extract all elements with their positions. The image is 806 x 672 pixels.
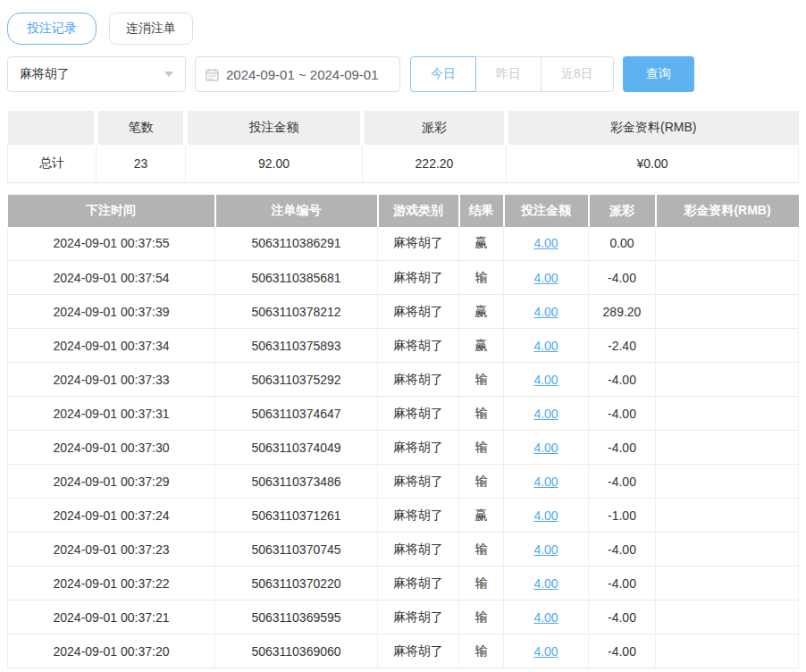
bonus-cell [656,533,799,567]
bet-amount-cell: 4.00 [504,363,589,397]
chevron-down-icon [164,71,173,77]
order-number-cell: 5063110370220 [215,567,378,601]
order-number-cell: 5063110369060 [215,634,378,668]
table-row: 2024-09-01 00:37:33 5063110375292 麻将胡了 输… [8,363,799,397]
bet-amount-cell: 4.00 [504,431,589,465]
bet-time-cell: 2024-09-01 00:37:33 [8,363,215,397]
summary-total-row: 总计 23 92.00 222.20 ¥0.00 [8,145,799,182]
result-cell: 输 [459,601,504,634]
game-select[interactable]: 麻将胡了 [7,56,186,92]
bet-time-cell: 2024-09-01 00:37:55 [8,227,215,261]
bet-time-cell: 2024-09-01 00:37:39 [8,295,215,329]
payout-cell: -4.00 [589,363,656,397]
game-type-cell: 麻将胡了 [378,227,459,261]
tab-cancelled-orders-label: 连消注单 [126,21,176,37]
payout-cell: 0.00 [589,227,656,261]
bet-amount-link[interactable]: 4.00 [533,339,558,353]
records-header-row: 下注时间 注单编号 游戏类别 结果 投注金额 派彩 彩金资料(RMB) [8,195,799,227]
bonus-cell [656,261,799,295]
bet-time-cell: 2024-09-01 00:37:30 [8,431,215,465]
betting-records-page: 投注记录 连消注单 麻将胡了 2024-09-01 ~ 2024-09-01 [0,0,806,668]
today-button[interactable]: 今日 [410,56,476,92]
search-button[interactable]: 查询 [623,56,694,92]
payout-cell: 289.20 [589,295,656,329]
bet-amount-link[interactable]: 4.00 [533,441,558,455]
table-row: 2024-09-01 00:37:20 5063110369060 麻将胡了 输… [8,634,799,668]
result-cell: 输 [459,397,504,431]
top-tabs: 投注记录 连消注单 [7,13,799,45]
bonus-cell [656,227,799,261]
bet-amount-link[interactable]: 4.00 [533,542,558,557]
game-type-cell: 麻将胡了 [378,363,459,397]
date-range-input[interactable]: 2024-09-01 ~ 2024-09-01 [195,56,400,92]
table-row: 2024-09-01 00:37:39 5063110378212 麻将胡了 赢… [8,295,799,329]
bet-amount-link[interactable]: 4.00 [533,508,558,523]
bet-amount-link[interactable]: 4.00 [533,644,558,659]
payout-cell: -4.00 [589,567,656,601]
bonus-cell [656,397,799,431]
result-cell: 赢 [459,499,504,533]
bet-amount-link[interactable]: 4.00 [533,407,558,421]
game-type-cell: 麻将胡了 [378,465,459,499]
bet-amount-link[interactable]: 4.00 [533,475,558,489]
result-cell: 赢 [459,227,504,261]
bet-amount-cell: 4.00 [504,465,589,499]
game-type-cell: 麻将胡了 [378,533,459,567]
table-row: 2024-09-01 00:37:21 5063110369595 麻将胡了 输… [8,601,799,634]
result-cell: 输 [459,634,504,668]
bet-amount-cell: 4.00 [504,533,589,567]
order-number-cell: 5063110374049 [215,431,378,465]
tab-betting-records[interactable]: 投注记录 [7,13,97,45]
game-type-cell: 麻将胡了 [378,634,459,668]
bet-amount-link[interactable]: 4.00 [533,610,558,625]
yesterday-button[interactable]: 昨日 [475,56,542,92]
table-row: 2024-09-01 00:37:31 5063110374647 麻将胡了 输… [8,397,799,431]
bet-amount-cell: 4.00 [504,601,589,634]
header-order-number: 注单编号 [215,195,378,227]
bet-amount-link[interactable]: 4.00 [533,271,558,285]
summary-header-empty [8,111,97,145]
summary-header-bonus: 彩金资料(RMB) [507,111,799,145]
last-8-days-button[interactable]: 近8日 [541,56,614,92]
payout-cell: -4.00 [589,601,656,634]
bet-time-cell: 2024-09-01 00:37:23 [8,533,215,567]
bonus-cell [656,431,799,465]
order-number-cell: 5063110370745 [215,533,378,567]
bet-amount-cell: 4.00 [504,261,589,295]
summary-header-payout: 派彩 [363,111,507,145]
bet-amount-link[interactable]: 4.00 [533,305,558,319]
summary-table: 笔数 投注金额 派彩 彩金资料(RMB) 总计 23 92.00 222.20 … [7,111,799,183]
order-number-cell: 5063110378212 [215,295,378,329]
bet-time-cell: 2024-09-01 00:37:34 [8,329,215,363]
result-cell: 输 [459,363,504,397]
summary-header-row: 笔数 投注金额 派彩 彩金资料(RMB) [8,111,799,145]
result-cell: 输 [459,465,504,499]
bet-amount-cell: 4.00 [504,329,589,363]
bet-amount-link[interactable]: 4.00 [533,373,558,387]
header-bet-time: 下注时间 [8,195,215,227]
bet-time-cell: 2024-09-01 00:37:29 [8,465,215,499]
calendar-icon [206,68,219,81]
bet-time-cell: 2024-09-01 00:37:21 [8,601,215,634]
table-row: 2024-09-01 00:37:22 5063110370220 麻将胡了 输… [8,567,799,601]
order-number-cell: 5063110373486 [215,465,378,499]
summary-total-payout: 222.20 [363,145,507,182]
header-result: 结果 [459,195,504,227]
bet-time-cell: 2024-09-01 00:37:54 [8,261,215,295]
header-game-type: 游戏类别 [378,195,459,227]
payout-cell: -4.00 [589,533,656,567]
bet-amount-link[interactable]: 4.00 [533,576,558,591]
order-number-cell: 5063110386291 [215,227,378,261]
bonus-cell [656,363,799,397]
payout-cell: -4.00 [589,397,656,431]
bet-amount-cell: 4.00 [504,567,589,601]
tab-cancelled-orders[interactable]: 连消注单 [109,13,193,45]
records-table: 下注时间 注单编号 游戏类别 结果 投注金额 派彩 彩金资料(RMB) 2024… [7,195,799,669]
bet-time-cell: 2024-09-01 00:37:31 [8,397,215,431]
bonus-cell [656,295,799,329]
table-row: 2024-09-01 00:37:24 5063110371261 麻将胡了 赢… [8,499,799,533]
payout-cell: -4.00 [589,261,656,295]
bet-amount-link[interactable]: 4.00 [533,236,558,250]
date-range-value: 2024-09-01 ~ 2024-09-01 [226,67,379,82]
bet-amount-cell: 4.00 [504,227,589,261]
